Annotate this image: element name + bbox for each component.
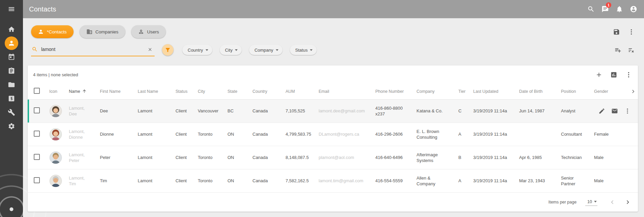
filter-chip-city[interactable]: City: [220, 45, 242, 55]
app-window: Contacts 1: [0, 0, 644, 217]
chart-view-button[interactable]: [607, 68, 620, 81]
tab-contacts[interactable]: *Contacts: [31, 25, 74, 38]
row-more-button[interactable]: [621, 105, 634, 117]
contact-row[interactable]: Lamont, Dionne Dionne Lamont Client Toro…: [28, 123, 638, 146]
results-header: 4 items | none selected: [28, 65, 638, 84]
column-header-phone[interactable]: Phone Number: [371, 84, 412, 99]
column-header-name[interactable]: Name: [65, 84, 96, 99]
add-contact-button[interactable]: [592, 68, 606, 81]
email-contact-button[interactable]: [608, 105, 621, 117]
page-size-select[interactable]: 10: [585, 198, 597, 206]
column-label: Gender: [594, 89, 608, 94]
cell-state: ON: [223, 146, 248, 169]
page-title: Contacts: [29, 5, 56, 13]
select-all-checkbox[interactable]: [34, 88, 40, 94]
sidebar-item-home[interactable]: [3, 22, 20, 36]
column-label: Icon: [49, 89, 57, 94]
notifications-button[interactable]: [612, 2, 626, 16]
global-search-button[interactable]: [584, 2, 598, 16]
sidebar-item-tasks[interactable]: [3, 64, 20, 78]
clear-search-button[interactable]: [146, 45, 154, 53]
add-filter-button[interactable]: [611, 43, 624, 57]
filter-chip-city-label: City: [225, 48, 233, 53]
account-circle-icon: [630, 5, 637, 13]
column-header-tier[interactable]: Tier: [454, 84, 469, 99]
column-header-last-name[interactable]: Last Name: [134, 84, 171, 99]
cell-date-of-birth: Jun 14, 1987: [515, 99, 557, 123]
page-size-value: 10: [587, 199, 592, 204]
column-header-company[interactable]: Company: [412, 84, 454, 99]
clear-filters-button[interactable]: [624, 43, 638, 57]
filter-chip-company[interactable]: Company: [249, 45, 283, 55]
column-header-gender[interactable]: Gender: [590, 84, 626, 99]
filter-chip-country[interactable]: Country: [182, 45, 212, 55]
column-header-first-name[interactable]: First Name: [96, 84, 134, 99]
column-label: Last Updated: [473, 89, 498, 94]
view-more-button[interactable]: [624, 25, 638, 38]
cell-state: ON: [223, 123, 248, 146]
column-header-city[interactable]: City: [194, 84, 223, 99]
results-header-actions: [592, 68, 635, 81]
cell-state: BC: [223, 99, 248, 123]
column-header-country[interactable]: Country: [248, 84, 281, 99]
cell-date-of-birth: Mar 23, 1943: [515, 169, 557, 192]
column-header-last-updated[interactable]: Last Updated: [469, 84, 515, 99]
filter-funnel-button[interactable]: [162, 44, 173, 56]
edit-contact-button[interactable]: [595, 105, 608, 117]
content-area: *Contacts Companies Users: [23, 18, 644, 217]
column-label: Date of Birth: [519, 89, 542, 94]
search-icon: [587, 5, 595, 13]
column-header-position[interactable]: Position: [557, 84, 590, 99]
row-checkbox[interactable]: [34, 107, 40, 113]
contact-row[interactable]: Lamont, Peter Peter Lamont Client Toront…: [28, 146, 638, 169]
account-button[interactable]: [626, 2, 641, 16]
next-page-button[interactable]: [622, 196, 634, 208]
cell-position: Analyst: [557, 99, 590, 123]
column-header-state[interactable]: State: [223, 84, 248, 99]
cell-select: [28, 146, 45, 169]
sidebar-item-five[interactable]: [3, 91, 20, 105]
results-more-button[interactable]: [622, 68, 635, 81]
sidebar-item-calendar[interactable]: [3, 50, 20, 64]
column-header-email[interactable]: Email: [315, 84, 371, 99]
row-checkbox[interactable]: [34, 131, 40, 137]
column-header-date-of-birth[interactable]: Date of Birth: [515, 84, 557, 99]
previous-page-button[interactable]: [606, 196, 618, 208]
row-actions: [594, 105, 634, 117]
filter-chip-status[interactable]: Status: [290, 45, 317, 55]
cell-first-name: Tim: [96, 169, 134, 192]
column-header-status[interactable]: Status: [171, 84, 194, 99]
cell-date-of-birth: Apr 6, 1985: [515, 146, 557, 169]
contact-row[interactable]: Lamont, Dee Dee Lamont Client Vancouver …: [28, 99, 638, 123]
chevron-down-icon: [594, 201, 597, 202]
search-input[interactable]: [38, 47, 146, 52]
hamburger-menu-button[interactable]: [0, 0, 23, 18]
cell-company: E. L. Brown Consulting: [412, 123, 454, 146]
tab-companies[interactable]: Companies: [80, 25, 125, 38]
cell-first-name: Peter: [96, 146, 134, 169]
messages-button[interactable]: 1: [598, 2, 612, 16]
cell-phone: 416-640-6496: [371, 146, 412, 169]
column-header-icon[interactable]: Icon: [45, 84, 65, 99]
cell-phone: 416-554-5559: [371, 169, 412, 192]
cell-icon: [45, 99, 65, 123]
sidebar-item-contacts[interactable]: [3, 36, 20, 50]
funnel-icon: [165, 47, 171, 53]
search-field: [31, 44, 155, 56]
cell-country: Canada: [248, 146, 281, 169]
sidebar-item-folder[interactable]: [3, 78, 20, 91]
cell-last-updated: 3/19/2019 11:14a: [469, 123, 515, 146]
column-header-aum[interactable]: AUM: [281, 84, 315, 99]
contact-row[interactable]: Lamont, Tim Tim Lamont Client Toronto ON…: [28, 169, 638, 192]
sidebar-item-settings[interactable]: [3, 119, 20, 133]
results-card: 4 items | none selected: [28, 65, 638, 212]
row-checkbox[interactable]: [34, 177, 40, 183]
cell-company: Allen & Company: [412, 169, 454, 192]
more-columns-button[interactable]: [626, 84, 638, 99]
save-view-button[interactable]: [610, 25, 623, 38]
tab-users[interactable]: Users: [131, 25, 166, 38]
row-checkbox[interactable]: [34, 154, 40, 160]
cell-tier: B: [454, 146, 469, 169]
sidebar-item-tools[interactable]: [3, 105, 20, 119]
cell-email: plamont@aol.com: [315, 146, 371, 169]
